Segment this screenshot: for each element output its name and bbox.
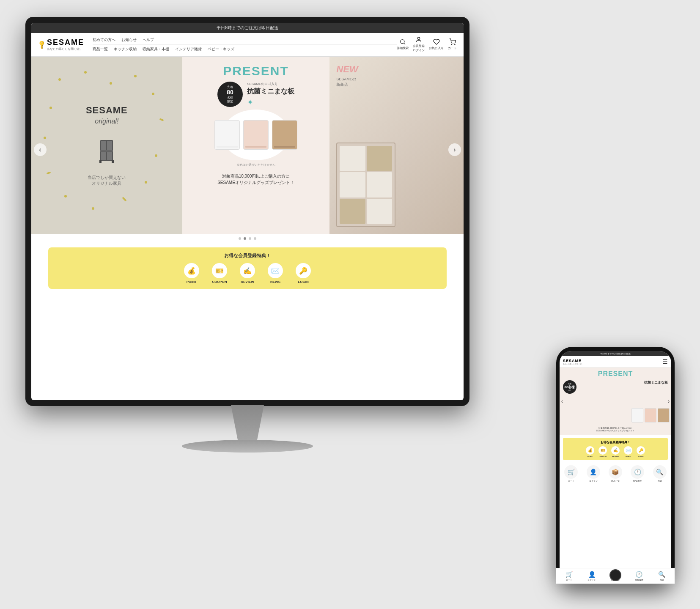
benefit-point[interactable]: 💰 POINT bbox=[184, 263, 199, 284]
phone-grid-history[interactable]: 🕐 閲覧履歴 bbox=[629, 465, 646, 482]
nav-item-news[interactable]: お知らせ bbox=[121, 37, 137, 43]
login-icon: 🔑 bbox=[296, 263, 311, 278]
phone-badge: 先着 80名様 限定 bbox=[563, 380, 576, 394]
phone-nav-search[interactable]: 🔍 検索 bbox=[658, 571, 665, 579]
phone-frame: 平日8時までのご注文は即日配送 SESAME あなたの暮らしを開く鍵。 ☰ PR… bbox=[556, 347, 675, 584]
header-nav: 初めての方へ お知らせ ヘルプ 商品一覧 キッチン収納 収納家具・本棚 インテリ… bbox=[93, 37, 397, 52]
sparkle-icon: ✦ bbox=[247, 98, 253, 107]
phone-nav-history-label: 閲覧履歴 bbox=[635, 579, 643, 579]
wishlist-icon-btn[interactable]: お気に入り bbox=[429, 38, 444, 50]
nav-item-help[interactable]: ヘルプ bbox=[143, 37, 154, 43]
benefit-login[interactable]: 🔑 LOGIN bbox=[296, 263, 311, 284]
phone-login-label: LOGIN bbox=[638, 455, 644, 458]
phone-benefit-login[interactable]: 🔑 LOGIN bbox=[637, 446, 645, 458]
badge-limited: 限定 bbox=[227, 100, 233, 103]
benefit-news[interactable]: ✉️ NEWS bbox=[268, 263, 283, 284]
phone-top-bar: 平日8時までのご注文は即日配送 bbox=[560, 351, 671, 356]
member-benefits-title: お得な会員登録特典！ bbox=[57, 252, 438, 259]
phone-nav-cart-label: カート bbox=[566, 579, 572, 579]
phone-products-label: 商品一覧 bbox=[611, 480, 620, 482]
mobile-phone: 平日8時までのご注文は即日配送 SESAME あなたの暮らしを開く鍵。 ☰ PR… bbox=[556, 347, 675, 584]
phone-benefit-coupon[interactable]: 🎫 COUPON bbox=[598, 446, 607, 458]
carousel-next-button[interactable]: › bbox=[448, 143, 461, 156]
phone-nav-cart-icon: 🛒 bbox=[565, 571, 573, 578]
phone-nav-search-label: 検索 bbox=[660, 579, 664, 579]
carousel-wrapper: ‹ bbox=[31, 56, 464, 243]
nav-item-furniture[interactable]: 収納家具・本棚 bbox=[143, 47, 169, 52]
svg-point-3 bbox=[451, 44, 452, 44]
nav-item-baby[interactable]: ベビー・キッズ bbox=[208, 47, 234, 52]
point-icon: 💰 bbox=[184, 263, 199, 278]
member-benefits-banner: お得な会員登録特典！ 💰 POINT 🎫 COUPON ✍️ bbox=[48, 247, 447, 289]
phone-nav-cart[interactable]: 🛒 カート bbox=[565, 571, 573, 579]
product-img-pink bbox=[243, 120, 269, 150]
product-img-brown bbox=[272, 120, 297, 150]
phone-menu-icon[interactable]: ☰ bbox=[662, 358, 668, 365]
phone-grid-cart[interactable]: 🛒 カート bbox=[563, 465, 579, 482]
phone-cart-label: カート bbox=[568, 480, 574, 482]
badge-number: 80 bbox=[227, 89, 233, 96]
phone-grid-login[interactable]: 👤 ログイン bbox=[585, 465, 602, 482]
phone-grid-products[interactable]: 📦 商品一覧 bbox=[607, 465, 624, 482]
carousel-dot-2[interactable] bbox=[244, 237, 246, 240]
nav-item-interior[interactable]: インテリア雑貨 bbox=[175, 47, 202, 52]
mid-desc-text: 対象商品10,000円以上ご購入の方にSESAMEオリジナルグッズプレゼント！ bbox=[217, 173, 294, 186]
phone-benefit-news[interactable]: ✉️ NEWS bbox=[624, 446, 632, 458]
search-icon-btn[interactable]: 詳細検索 bbox=[397, 38, 409, 50]
wishlist-label: お気に入り bbox=[429, 46, 444, 50]
phone-products-icon: 📦 bbox=[609, 465, 622, 479]
phone-prod-img-brown bbox=[658, 408, 670, 422]
phone-nav-login[interactable]: 👤 ログイン bbox=[587, 571, 596, 579]
review-icon: ✍️ bbox=[240, 263, 255, 278]
new-subtitle: SESAMEの新商品 bbox=[336, 77, 356, 88]
login-label: LOGIN bbox=[298, 280, 308, 284]
search-label: 詳細検索 bbox=[397, 46, 409, 50]
benefit-coupon[interactable]: 🎫 COUPON bbox=[212, 263, 227, 284]
phone-home-button[interactable] bbox=[609, 569, 621, 581]
badge-unit: 名様 bbox=[227, 96, 233, 99]
phone-benefit-review[interactable]: ✍️ REVIEW bbox=[611, 446, 620, 458]
account-icon-btn[interactable]: 会員登録ログイン bbox=[413, 36, 425, 52]
top-announcement-bar: 平日8時までのご注文は即日配送 bbox=[31, 23, 464, 33]
announcement-text: 平日8時までのご注文は即日配送 bbox=[217, 25, 278, 30]
coupon-label: COUPON bbox=[212, 280, 227, 284]
phone-logo-area: SESAME あなたの暮らしを開く鍵。 bbox=[563, 359, 583, 365]
carousel-prev-button[interactable]: ‹ bbox=[34, 143, 47, 156]
nav-item-first-time[interactable]: 初めての方へ bbox=[93, 37, 115, 43]
phone-point-icon: 💰 bbox=[586, 446, 594, 455]
phone-announcement: 平日8時までのご注文は即日配送 bbox=[600, 352, 631, 355]
cart-icon-btn[interactable]: カート bbox=[448, 38, 457, 50]
phone-news-icon: ✉️ bbox=[624, 446, 632, 455]
phone-point-label: POINT bbox=[587, 455, 593, 458]
carousel-dot-3[interactable] bbox=[249, 237, 251, 240]
phone-product-name: 抗菌ミニまな板 bbox=[644, 380, 668, 385]
phone-member-benefits: お得な会員登録特典！ 💰 POINT 🎫 COUPON ✍️ REVIEW bbox=[563, 438, 668, 460]
scene: 平日8時までのご注文は即日配送 🔑 SESAME あなたの暮らしを開く鍵。 bbox=[0, 0, 700, 609]
phone-grid-search[interactable]: 🔍 検索 bbox=[651, 465, 668, 482]
phone-benefit-point[interactable]: 💰 POINT bbox=[586, 446, 594, 458]
nav-item-products[interactable]: 商品一覧 bbox=[93, 47, 108, 52]
carousel-dot-4[interactable] bbox=[254, 237, 256, 240]
phone-carousel-prev[interactable]: ‹ bbox=[561, 398, 563, 404]
nav-item-kitchen[interactable]: キッチン収納 bbox=[114, 47, 137, 52]
phone-nav-login-icon: 👤 bbox=[588, 571, 596, 578]
cart-label: カート bbox=[448, 46, 457, 50]
carousel-dot-1[interactable] bbox=[239, 237, 241, 240]
carousel-panel-new: NEW SESAMEの新商品 bbox=[329, 57, 464, 234]
phone-prod-img-pink bbox=[645, 408, 656, 422]
header-icons: 詳細検索 会員登録ログイン お気に入り bbox=[397, 36, 457, 52]
logo-subtitle: あなたの暮らしを開く鍵。 bbox=[47, 47, 84, 51]
key-icon: 🔑 bbox=[37, 39, 47, 49]
phone-history-icon: 🕐 bbox=[631, 465, 644, 479]
phone-search-icon: 🔍 bbox=[653, 465, 667, 479]
phone-nav-history[interactable]: 🕐 閲覧履歴 bbox=[635, 571, 643, 579]
monitor: 平日8時までのご注文は即日配送 🔑 SESAME あなたの暮らしを開く鍵。 bbox=[25, 17, 469, 482]
monitor-screen: 平日8時までのご注文は即日配送 🔑 SESAME あなたの暮らしを開く鍵。 bbox=[31, 23, 464, 400]
phone-login-grid-label: ログイン bbox=[589, 480, 598, 482]
benefit-review[interactable]: ✍️ REVIEW bbox=[240, 263, 255, 284]
phone-carousel-next[interactable]: › bbox=[668, 398, 670, 404]
benefits-row: 💰 POINT 🎫 COUPON ✍️ REVIEW bbox=[57, 263, 438, 284]
phone-search-label: 検索 bbox=[658, 480, 662, 482]
phone-present-title: PRESENT bbox=[598, 368, 633, 378]
phone-review-label: REVIEW bbox=[612, 455, 619, 458]
